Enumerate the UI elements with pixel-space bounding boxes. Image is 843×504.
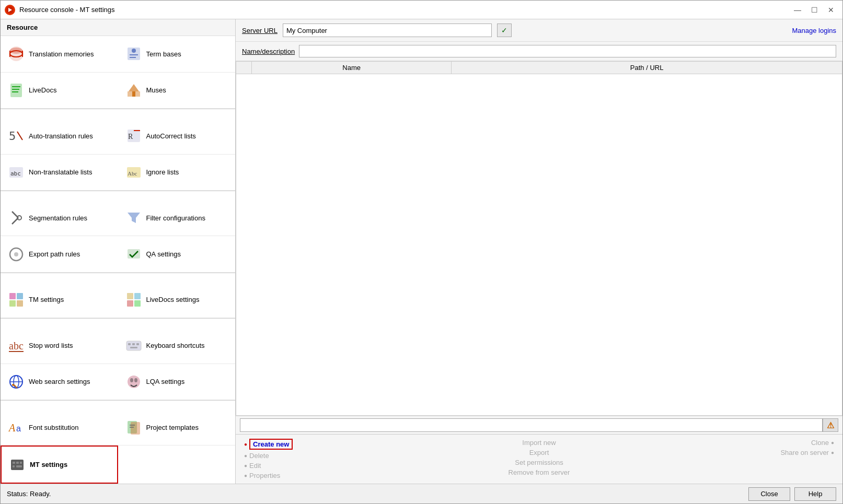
search-input-bottom[interactable] bbox=[240, 418, 823, 432]
translation-memories-icon bbox=[8, 45, 25, 62]
sidebar-item-project-templates[interactable]: Project templates bbox=[118, 409, 236, 446]
qa-settings-icon bbox=[125, 246, 142, 263]
livedocs-label: LiveDocs bbox=[29, 86, 56, 94]
import-new-action[interactable]: Import new bbox=[522, 439, 556, 447]
sidebar-item-muses[interactable]: Muses bbox=[118, 73, 236, 109]
create-new-action[interactable]: ● Create new bbox=[244, 439, 441, 450]
livedocs-settings-icon bbox=[125, 291, 142, 308]
sidebar-item-export-path[interactable]: Export path rules bbox=[1, 236, 118, 273]
segmentation-label: Segmentation rules bbox=[29, 214, 87, 222]
keyboard-shortcuts-icon bbox=[125, 337, 142, 354]
svg-marker-30 bbox=[128, 213, 140, 223]
auto-translation-icon: 5 bbox=[8, 127, 25, 144]
non-translatable-icon: abc bbox=[8, 164, 25, 181]
ignore-lists-label: Ignore lists bbox=[146, 168, 179, 176]
check-icon: ✓ bbox=[501, 26, 507, 34]
sidebar-item-qa-settings[interactable]: QA settings bbox=[118, 236, 236, 273]
sidebar-item-filter-config[interactable]: Filter configurations bbox=[118, 200, 236, 237]
term-bases-icon bbox=[125, 45, 142, 62]
set-permissions-action[interactable]: Set permissions bbox=[515, 459, 563, 466]
name-desc-input[interactable] bbox=[299, 45, 836, 57]
web-search-label: Web search settings bbox=[29, 378, 90, 385]
svg-rect-38 bbox=[127, 293, 133, 299]
svg-rect-35 bbox=[17, 293, 23, 299]
sidebar-item-translation-memories[interactable]: Translation memories bbox=[1, 36, 118, 73]
svg-text:5: 5 bbox=[9, 130, 16, 143]
sidebar-item-lqa-settings[interactable]: LQA settings bbox=[118, 364, 236, 401]
name-desc-label: Name/description bbox=[242, 48, 295, 55]
project-templates-label: Project templates bbox=[146, 424, 199, 431]
svg-rect-46 bbox=[132, 343, 135, 345]
table-path-header: Path / URL bbox=[452, 62, 842, 74]
font-substitution-icon: A a bbox=[8, 419, 25, 436]
table-body bbox=[236, 74, 842, 415]
action-bar: ● Create new ● Delete ● Edit ● Propertie… bbox=[236, 434, 842, 484]
sidebar-item-font-substitution[interactable]: A a Font substitution bbox=[1, 409, 118, 446]
sidebar-item-web-search[interactable]: Web search settings bbox=[1, 364, 118, 401]
server-url-label: Server URL bbox=[242, 27, 278, 34]
table-header: Name Path / URL bbox=[236, 62, 842, 74]
svg-line-19 bbox=[17, 132, 22, 140]
sidebar-item-ignore-lists[interactable]: Abc Ignore lists bbox=[118, 155, 236, 191]
action-col-right: Clone ● Share on server ● bbox=[638, 439, 834, 479]
svg-rect-47 bbox=[136, 343, 139, 345]
svg-rect-44 bbox=[126, 341, 141, 350]
sidebar-item-livedocs[interactable]: LiveDocs bbox=[1, 73, 118, 109]
sidebar-grid: Translation memories Term bases bbox=[1, 36, 235, 484]
svg-rect-39 bbox=[134, 293, 141, 299]
server-bar: Server URL My Computer ✓ Manage logins bbox=[236, 19, 842, 42]
svg-point-56 bbox=[134, 378, 137, 382]
status-text: Status: Ready. bbox=[7, 490, 51, 498]
delete-action[interactable]: ● Delete bbox=[244, 452, 441, 460]
sidebar-item-mt-settings[interactable]: MT settings bbox=[1, 446, 118, 484]
clone-action[interactable]: Clone ● bbox=[811, 439, 834, 447]
svg-rect-68 bbox=[16, 465, 22, 467]
server-url-select[interactable]: My Computer bbox=[283, 24, 492, 37]
share-on-server-action[interactable]: Share on server ● bbox=[780, 449, 834, 456]
svg-rect-37 bbox=[17, 300, 23, 307]
sidebar-item-term-bases[interactable]: Term bases bbox=[118, 36, 236, 73]
help-button[interactable]: Help bbox=[794, 487, 836, 501]
maximize-button[interactable]: ☐ bbox=[807, 4, 822, 16]
svg-rect-48 bbox=[130, 347, 137, 348]
livedocs-settings-label: LiveDocs settings bbox=[146, 296, 200, 303]
svg-text:Abc: Abc bbox=[128, 170, 137, 177]
sidebar-header: Resource bbox=[1, 19, 235, 36]
right-panel: Server URL My Computer ✓ Manage logins N… bbox=[236, 19, 842, 484]
svg-rect-63 bbox=[11, 460, 24, 470]
clear-search-button[interactable]: ⚠ bbox=[823, 418, 838, 432]
svg-rect-66 bbox=[20, 462, 22, 464]
lqa-settings-label: LQA settings bbox=[146, 378, 185, 385]
svg-rect-9 bbox=[130, 54, 138, 55]
sidebar-item-auto-translation[interactable]: 5 Auto-translation rules bbox=[1, 118, 118, 155]
svg-rect-13 bbox=[12, 89, 19, 90]
sidebar-item-autocorrect[interactable]: R AutoCorrect lists bbox=[118, 118, 236, 155]
svg-point-55 bbox=[130, 378, 133, 382]
close-button[interactable]: Close bbox=[748, 487, 790, 501]
translation-memories-label: Translation memories bbox=[29, 50, 94, 58]
sidebar-item-keyboard-shortcuts[interactable]: Keyboard shortcuts bbox=[118, 327, 236, 364]
svg-rect-11 bbox=[10, 84, 22, 97]
manage-logins-link[interactable]: Manage logins bbox=[792, 27, 836, 34]
mt-settings-label: MT settings bbox=[30, 461, 67, 468]
sidebar-item-livedocs-settings[interactable]: LiveDocs settings bbox=[118, 282, 236, 319]
sidebar-item-tm-settings[interactable]: TM settings bbox=[1, 282, 118, 319]
minimize-button[interactable]: — bbox=[790, 4, 805, 16]
keyboard-shortcuts-label: Keyboard shortcuts bbox=[146, 342, 205, 349]
close-window-button[interactable]: ✕ bbox=[824, 4, 838, 16]
sidebar-item-non-translatable[interactable]: abc Non-translatable lists bbox=[1, 155, 118, 191]
autocorrect-label: AutoCorrect lists bbox=[146, 132, 196, 140]
export-action[interactable]: Export bbox=[529, 449, 549, 456]
remove-from-server-action[interactable]: Remove from server bbox=[509, 468, 570, 476]
sidebar: Resource Translation memories bbox=[1, 19, 236, 484]
server-check-button[interactable]: ✓ bbox=[497, 24, 512, 37]
lqa-settings-icon bbox=[125, 373, 142, 390]
filter-config-label: Filter configurations bbox=[146, 214, 205, 222]
sidebar-item-stop-word[interactable]: abc Stop word lists bbox=[1, 327, 118, 364]
edit-action[interactable]: ● Edit bbox=[244, 462, 441, 470]
resource-table: Name Path / URL bbox=[236, 61, 842, 416]
properties-action[interactable]: ● Properties bbox=[244, 472, 441, 479]
svg-text:abc: abc bbox=[9, 340, 24, 351]
sidebar-item-segmentation[interactable]: Segmentation rules bbox=[1, 200, 118, 237]
svg-rect-17 bbox=[132, 91, 135, 97]
